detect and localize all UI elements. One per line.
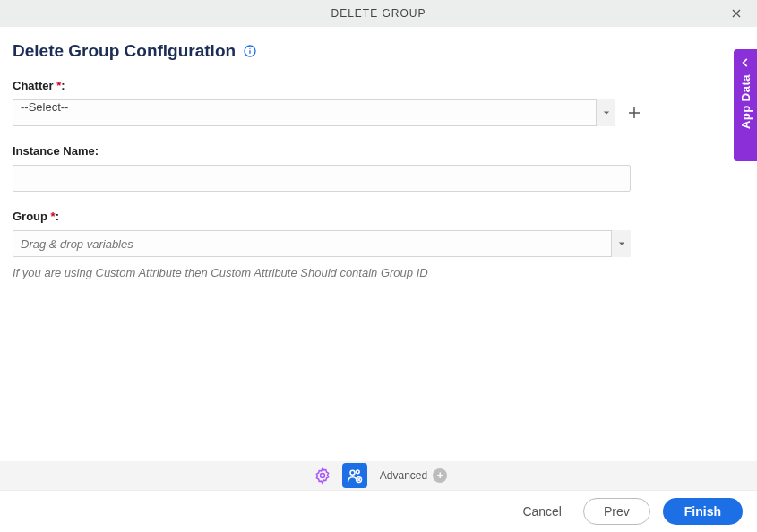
- group-label: Group *:: [13, 210, 644, 223]
- close-button[interactable]: [723, 0, 750, 27]
- gear-icon: [314, 467, 331, 485]
- modal-header: DELETE GROUP: [0, 0, 757, 27]
- page-title: Delete Group Configuration: [13, 41, 236, 61]
- instance-input[interactable]: [13, 165, 631, 192]
- chatter-select[interactable]: --Select--: [13, 99, 615, 126]
- prev-button[interactable]: Prev: [583, 498, 650, 525]
- chatter-field: Chatter *: --Select--: [13, 79, 644, 126]
- tab-group[interactable]: [342, 463, 367, 488]
- plus-circle-icon: +: [433, 468, 447, 483]
- info-icon[interactable]: [243, 44, 257, 58]
- close-icon: [729, 6, 744, 21]
- instance-label: Instance Name:: [13, 144, 644, 158]
- chevron-left-icon: [739, 56, 752, 69]
- cancel-button[interactable]: Cancel: [513, 499, 571, 524]
- tab-bar: Advanced +: [0, 461, 757, 490]
- group-field: Group *: If you are using Custom Attribu…: [13, 210, 644, 279]
- advanced-label: Advanced: [380, 469, 427, 482]
- svg-point-3: [320, 474, 324, 478]
- group-hint: If you are using Custom Attribute then C…: [13, 266, 631, 279]
- group-select[interactable]: [13, 230, 631, 257]
- add-chatter-button[interactable]: [624, 103, 644, 123]
- svg-point-5: [356, 470, 359, 474]
- chatter-select-value: --Select--: [13, 99, 615, 126]
- modal-body: Delete Group Configuration Chatter *: --…: [0, 27, 757, 279]
- svg-point-2: [249, 48, 250, 49]
- tab-settings[interactable]: [310, 463, 335, 488]
- page-title-row: Delete Group Configuration: [13, 41, 744, 61]
- app-data-label: App Data: [739, 74, 753, 129]
- modal-title: DELETE GROUP: [331, 7, 426, 20]
- group-input[interactable]: [13, 230, 631, 257]
- advanced-toggle[interactable]: Advanced +: [380, 468, 447, 483]
- svg-point-4: [350, 470, 355, 475]
- modal-footer: Cancel Prev Finish: [0, 490, 757, 532]
- chatter-label: Chatter *:: [13, 79, 644, 92]
- finish-button[interactable]: Finish: [663, 498, 743, 525]
- app-data-panel-toggle[interactable]: App Data: [734, 49, 757, 161]
- plus-icon: [626, 105, 642, 121]
- group-delete-icon: [346, 467, 364, 485]
- instance-field: Instance Name:: [13, 144, 644, 192]
